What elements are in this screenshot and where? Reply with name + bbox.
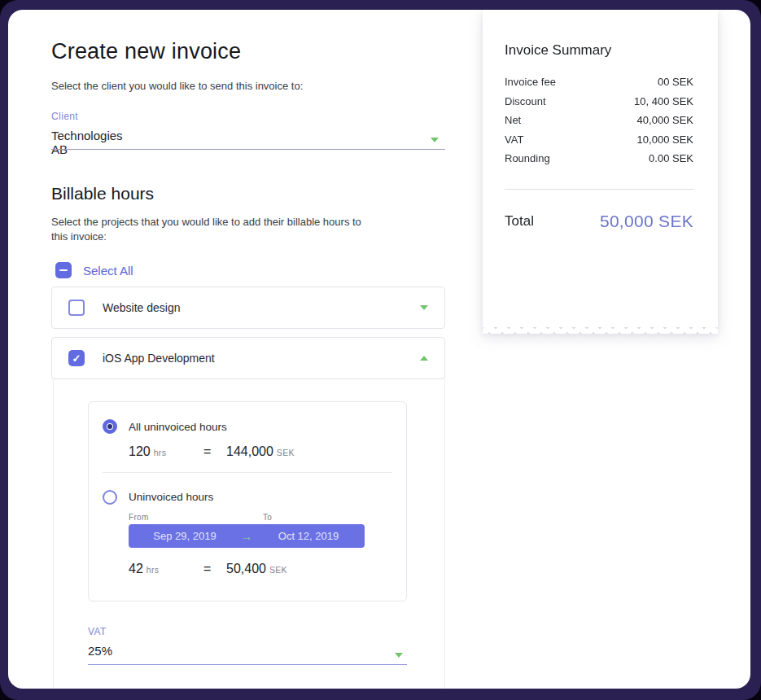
amount-value: 50,400SEK bbox=[226, 562, 287, 576]
hours-value: 42hrs bbox=[129, 562, 203, 576]
chevron-down-icon bbox=[431, 138, 439, 142]
main-panel: Create new invoice Select the client you… bbox=[8, 10, 750, 689]
divider bbox=[103, 472, 392, 473]
invoice-summary-card: Invoice Summary Invoice fee 00 SEK Disco… bbox=[483, 10, 718, 334]
to-label: To bbox=[263, 513, 272, 522]
hours-amount-row: 42hrs = 50,400SEK bbox=[129, 562, 392, 576]
client-field-underline bbox=[51, 149, 445, 150]
billable-hours-subtitle: Select the projects that you would like … bbox=[51, 215, 377, 244]
app-frame: Create new invoice Select the client you… bbox=[0, 0, 761, 700]
summary-row-value: 0.00 SEK bbox=[649, 152, 693, 164]
summary-row-value: 40,000 SEK bbox=[637, 114, 693, 126]
project-label: Website design bbox=[103, 301, 402, 314]
summary-total-row: Total 50,000 SEK bbox=[505, 212, 693, 231]
billable-hours-title: Billable hours bbox=[51, 184, 154, 203]
to-date: Oct 12, 2019 bbox=[252, 530, 365, 542]
summary-row-value: 00 SEK bbox=[658, 76, 693, 88]
page-subtitle: Select the client you would like to send… bbox=[51, 80, 303, 92]
chevron-down-icon[interactable] bbox=[420, 305, 428, 310]
radio-label: All uninvoiced hours bbox=[129, 421, 227, 433]
equals-sign: = bbox=[203, 444, 226, 459]
hours-value: 120hrs bbox=[129, 444, 203, 459]
project-row-ios-app-development[interactable]: ✓ iOS App Development bbox=[51, 337, 445, 379]
total-label: Total bbox=[505, 213, 534, 230]
radio-label: Uninvoiced hours bbox=[129, 491, 213, 503]
summary-row: Invoice fee 00 SEK bbox=[505, 76, 693, 95]
summary-title: Invoice Summary bbox=[505, 42, 611, 59]
project-label: iOS App Development bbox=[103, 352, 402, 365]
vat-field-underline bbox=[88, 664, 407, 665]
from-date: Sep 29, 2019 bbox=[129, 530, 241, 542]
unchecked-checkbox[interactable] bbox=[68, 300, 85, 316]
arrow-right-icon: → bbox=[241, 530, 252, 543]
hours-unit: hrs bbox=[154, 448, 167, 457]
divider bbox=[505, 189, 693, 190]
summary-row: Discount 10, 400 SEK bbox=[505, 95, 693, 115]
radio-all-uninvoiced-hours[interactable] bbox=[103, 419, 117, 434]
summary-row-label: Invoice fee bbox=[505, 76, 556, 88]
receipt-tear-edge bbox=[483, 327, 718, 334]
select-all-label: Select All bbox=[83, 264, 133, 278]
currency-unit: SEK bbox=[269, 565, 287, 575]
checked-checkbox[interactable]: ✓ bbox=[68, 350, 85, 366]
invoice-summary-body: Invoice Summary Invoice fee 00 SEK Disco… bbox=[483, 10, 718, 327]
total-value: 50,000 SEK bbox=[600, 212, 693, 231]
summary-row-label: Discount bbox=[505, 95, 546, 107]
minus-icon bbox=[59, 269, 68, 272]
chevron-down-icon bbox=[395, 653, 403, 658]
chevron-up-icon[interactable] bbox=[420, 356, 428, 361]
hours-unit: hrs bbox=[147, 565, 160, 575]
summary-row-label: VAT bbox=[505, 133, 523, 146]
summary-row: Net 40,000 SEK bbox=[505, 114, 693, 133]
select-all-checkbox[interactable]: Select All bbox=[55, 262, 133, 278]
hours-options-card: All uninvoiced hours 120hrs = 144,000SEK… bbox=[88, 401, 407, 602]
client-field-value: Technologies AB bbox=[51, 129, 123, 156]
indeterminate-checkbox-icon bbox=[55, 262, 72, 278]
equals-sign: = bbox=[203, 562, 226, 576]
summary-row: VAT 10,000 SEK bbox=[505, 133, 693, 153]
currency-unit: SEK bbox=[277, 448, 295, 457]
client-field-label: Client bbox=[51, 111, 78, 122]
summary-row-value: 10,000 SEK bbox=[637, 133, 693, 146]
summary-row-value: 10, 400 SEK bbox=[634, 95, 693, 107]
vat-field-label: VAT bbox=[88, 626, 107, 637]
check-icon: ✓ bbox=[72, 353, 81, 364]
radio-uninvoiced-hours[interactable] bbox=[103, 490, 117, 505]
vat-field-value: 25% bbox=[88, 644, 112, 658]
from-label: From bbox=[129, 513, 149, 522]
project-row-website-design[interactable]: Website design bbox=[51, 287, 445, 329]
page-title: Create new invoice bbox=[51, 39, 241, 64]
summary-row-label: Net bbox=[505, 114, 521, 126]
summary-rows: Invoice fee 00 SEK Discount 10, 400 SEK … bbox=[505, 76, 693, 172]
date-range-picker[interactable]: Sep 29, 2019 → Oct 12, 2019 bbox=[129, 524, 365, 548]
hours-amount-row: 120hrs = 144,000SEK bbox=[129, 444, 392, 459]
summary-row: Rounding 0.00 SEK bbox=[505, 152, 693, 172]
summary-row-label: Rounding bbox=[505, 152, 550, 164]
amount-value: 144,000SEK bbox=[226, 444, 295, 459]
